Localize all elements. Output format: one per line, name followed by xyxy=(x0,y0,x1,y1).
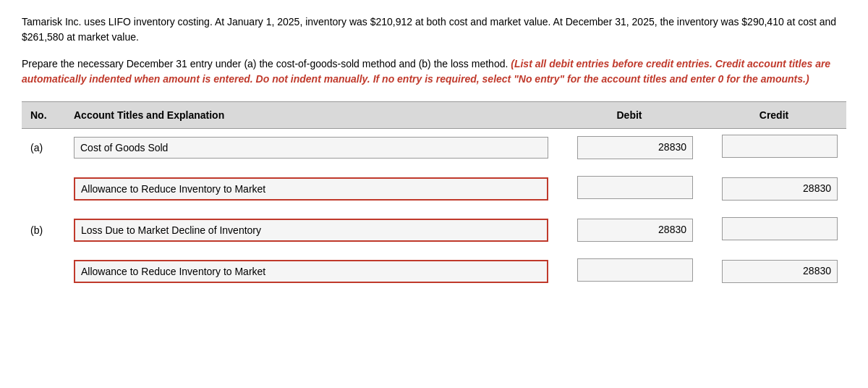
header-debit: Debit xyxy=(557,102,702,129)
header-credit: Credit xyxy=(702,102,846,129)
account-cell[interactable] xyxy=(65,170,557,207)
debit-cell[interactable]: 28830 xyxy=(557,211,702,248)
account-cell[interactable] xyxy=(65,129,557,166)
credit-amount xyxy=(722,135,838,158)
credit-cell[interactable] xyxy=(702,129,846,166)
account-input[interactable] xyxy=(74,177,548,201)
account-cell[interactable] xyxy=(65,211,557,248)
table-row: (b)28830 xyxy=(22,211,846,248)
header-account: Account Titles and Explanation xyxy=(65,102,557,129)
debit-cell[interactable] xyxy=(557,253,702,290)
account-input[interactable] xyxy=(74,219,548,242)
table-header-row: No. Account Titles and Explanation Debit… xyxy=(22,102,846,129)
table-row: 28830 xyxy=(22,170,846,207)
row-number: (b) xyxy=(22,211,65,248)
intro-paragraph: Tamarisk Inc. uses LIFO inventory costin… xyxy=(22,14,846,45)
debit-amount: 28830 xyxy=(577,219,693,242)
account-input[interactable] xyxy=(74,260,548,283)
header-no: No. xyxy=(22,102,65,129)
row-number: (a) xyxy=(22,129,65,166)
journal-table: No. Account Titles and Explanation Debit… xyxy=(22,101,846,290)
intro-text: Tamarisk Inc. uses LIFO inventory costin… xyxy=(22,16,836,43)
debit-cell[interactable] xyxy=(557,170,702,207)
credit-cell[interactable]: 28830 xyxy=(702,170,846,207)
credit-amount: 28830 xyxy=(722,260,838,283)
credit-amount xyxy=(722,217,838,240)
debit-amount xyxy=(577,176,693,199)
debit-amount xyxy=(577,258,693,282)
debit-cell[interactable]: 28830 xyxy=(557,129,702,166)
row-number xyxy=(22,253,65,290)
row-number xyxy=(22,170,65,207)
instruction-paragraph: Prepare the necessary December 31 entry … xyxy=(22,56,846,87)
account-cell[interactable] xyxy=(65,253,557,290)
credit-cell[interactable] xyxy=(702,211,846,248)
table-row: (a)28830 xyxy=(22,129,846,166)
credit-cell[interactable]: 28830 xyxy=(702,253,846,290)
instruction-normal: Prepare the necessary December 31 entry … xyxy=(22,58,508,69)
debit-amount: 28830 xyxy=(577,136,693,159)
credit-amount: 28830 xyxy=(722,177,838,201)
table-row: 28830 xyxy=(22,253,846,290)
account-input[interactable] xyxy=(74,137,548,159)
